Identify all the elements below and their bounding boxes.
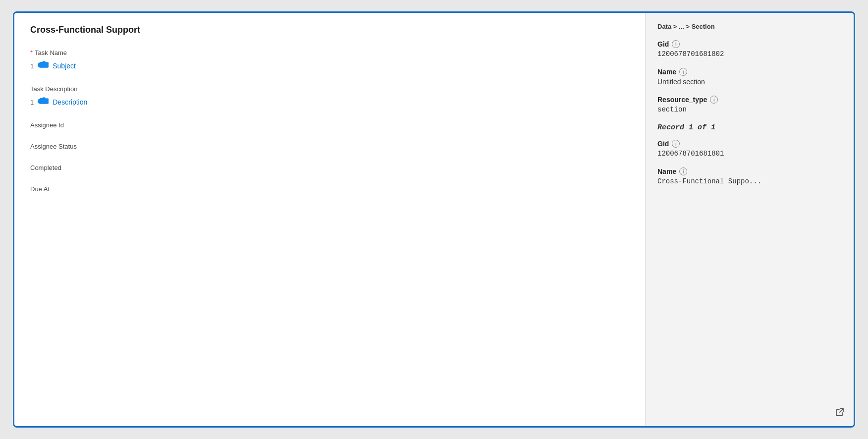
gid-label-1: Gid i — [657, 40, 842, 48]
field-number-1: 1 — [30, 62, 34, 70]
description-link[interactable]: Description — [53, 98, 87, 106]
gid-block-2: Gid i 1200678701681801 — [657, 140, 842, 158]
salesforce-cloud-icon-1 — [38, 60, 49, 71]
record-indicator: Record 1 of 1 — [657, 123, 842, 132]
task-name-group: * Task Name 1 Subject — [30, 49, 629, 71]
right-panel: Data > ... > Section Gid i 1200678701681… — [646, 13, 854, 426]
assignee-id-group: Assignee Id — [30, 121, 629, 129]
gid-value-1: 1200678701681802 — [657, 50, 842, 58]
info-icon-name-1[interactable]: i — [679, 68, 687, 76]
panel-title: Cross-Functional Support — [30, 25, 629, 35]
name-block-2: Name i Cross-Functional Suppo... — [657, 167, 842, 185]
task-name-value: 1 Subject — [30, 60, 629, 71]
info-icon-resource-type[interactable]: i — [710, 96, 718, 104]
task-description-label: Task Description — [30, 85, 629, 93]
breadcrumb: Data > ... > Section — [657, 23, 842, 30]
completed-label: Completed — [30, 164, 629, 171]
main-container: Cross-Functional Support * Task Name 1 S… — [13, 11, 855, 428]
name-label-1: Name i — [657, 68, 842, 76]
name-value-1: Untitled section — [657, 78, 842, 86]
field-number-2: 1 — [30, 99, 34, 106]
name-block-1: Name i Untitled section — [657, 68, 842, 86]
gid-label-2: Gid i — [657, 140, 842, 148]
resource-type-block: Resource_type i section — [657, 96, 842, 113]
name-label-2: Name i — [657, 167, 842, 175]
task-name-label: * Task Name — [30, 49, 629, 56]
task-description-group: Task Description 1 Description — [30, 85, 629, 108]
subject-link[interactable]: Subject — [53, 62, 76, 70]
completed-group: Completed — [30, 164, 629, 171]
info-icon-gid-2[interactable]: i — [672, 140, 680, 148]
assignee-status-group: Assignee Status — [30, 143, 629, 150]
assignee-id-label: Assignee Id — [30, 121, 629, 129]
info-icon-name-2[interactable]: i — [679, 167, 687, 175]
gid-block-1: Gid i 1200678701681802 — [657, 40, 842, 58]
assignee-status-label: Assignee Status — [30, 143, 629, 150]
resource-type-value: section — [657, 106, 842, 113]
salesforce-cloud-icon-2 — [38, 97, 49, 108]
due-at-label: Due At — [30, 185, 629, 193]
name-value-2: Cross-Functional Suppo... — [657, 177, 842, 185]
resource-type-label: Resource_type i — [657, 96, 842, 104]
task-description-value: 1 Description — [30, 97, 629, 108]
required-marker: * — [30, 49, 33, 56]
due-at-group: Due At — [30, 185, 629, 193]
left-panel: Cross-Functional Support * Task Name 1 S… — [14, 13, 646, 426]
info-icon-gid-1[interactable]: i — [672, 40, 680, 48]
expand-icon[interactable] — [834, 406, 846, 418]
gid-value-2: 1200678701681801 — [657, 150, 842, 158]
